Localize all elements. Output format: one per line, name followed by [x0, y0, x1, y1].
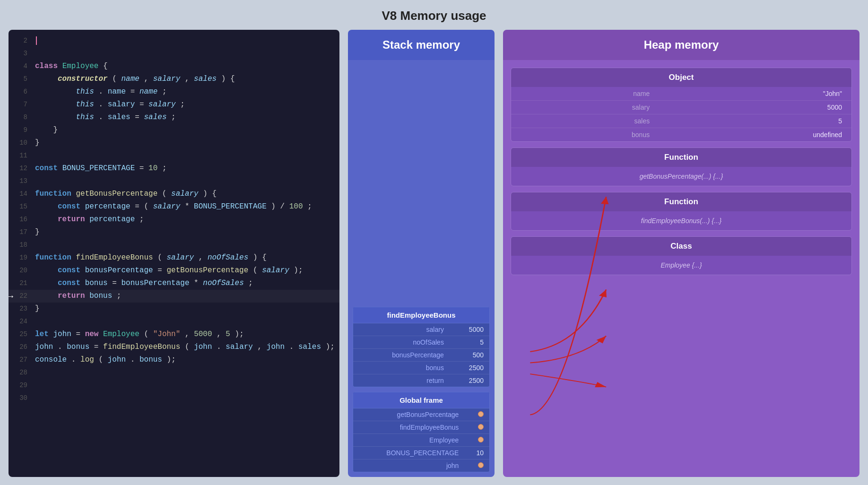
row-key: bonus — [511, 128, 659, 142]
table-row: getBonusPercentage — [353, 408, 489, 421]
code-line-20: 20 const bonusPercentage = getBonusPerce… — [9, 264, 339, 277]
code-line-27: 27 console . log ( john . bonus ); — [9, 354, 339, 366]
table-row: bonus undefined — [511, 128, 851, 142]
row-key: return — [353, 374, 450, 387]
code-line-11: 11 — [9, 149, 339, 162]
code-line-17: 17 } — [9, 226, 339, 239]
code-line-26: 26 john . bonus = findEmployeeBonus ( jo… — [9, 341, 339, 354]
code-line-9: 9 } — [9, 124, 339, 137]
code-line-22: → 22 return bonus ; — [9, 290, 339, 303]
row-key: Employee — [353, 434, 464, 447]
row-key: john — [353, 459, 464, 472]
heap-class-block: Class Employee {...} — [511, 236, 852, 275]
row-key: bonusPercentage — [353, 349, 450, 362]
table-row: salary 5000 — [353, 323, 489, 336]
find-bonus-table: salary 5000 noOfSales 5 bonusPercentage … — [353, 323, 489, 387]
table-row: salary 5000 — [511, 101, 851, 114]
row-key: BONUS_PERCENTAGE — [353, 447, 464, 459]
code-line-3: 3 — [9, 47, 339, 60]
stack-memory-panel: Stack memory findEmployeeBonus salary 50… — [348, 30, 495, 477]
row-value: 2500 — [450, 362, 489, 374]
row-value: "John" — [659, 87, 851, 101]
row-key: findEmployeeBonus — [353, 421, 464, 434]
code-line-30: 30 — [9, 392, 339, 405]
code-line-25: 25 let john = new Employee ( "John" , 50… — [9, 328, 339, 341]
heap-memory-header: Heap memory — [503, 30, 859, 60]
code-line-24: 24 — [9, 315, 339, 328]
row-key: name — [511, 87, 659, 101]
code-line-18: 18 — [9, 239, 339, 251]
code-line-5: 5 constructor ( name , salary , sales ) … — [9, 73, 339, 86]
find-employee-bonus-frame: findEmployeeBonus salary 5000 noOfSales … — [353, 307, 490, 387]
row-value — [464, 408, 489, 421]
row-value: 500 — [450, 349, 489, 362]
table-row: noOfSales 5 — [353, 336, 489, 349]
row-key: bonus — [353, 362, 450, 374]
stack-memory-header: Stack memory — [348, 30, 495, 60]
heap-object-table: name "John" salary 5000 sales 5 bonus — [511, 87, 851, 141]
row-key: getBonusPercentage — [353, 408, 464, 421]
table-row: Employee — [353, 434, 489, 447]
global-frame-title: Global frame — [353, 392, 489, 408]
find-employee-bonus-title: findEmployeeBonus — [353, 307, 489, 323]
heap-function2-text: findEmployeeBonus(...) {...} — [511, 211, 851, 230]
stack-memory-body: findEmployeeBonus salary 5000 noOfSales … — [348, 60, 495, 477]
row-value — [464, 459, 489, 472]
table-row: return 2500 — [353, 374, 489, 387]
row-key: noOfSales — [353, 336, 450, 349]
row-value: 5000 — [659, 101, 851, 114]
row-value: 10 — [464, 447, 489, 459]
code-line-16: 16 return percentage ; — [9, 213, 339, 226]
heap-function1-text: getBonusPercentage(...) {...} — [511, 167, 851, 186]
code-line-7: 7 this . salary = salary ; — [9, 98, 339, 111]
row-value: 5000 — [450, 323, 489, 336]
heap-function1-block: Function getBonusPercentage(...) {...} — [511, 147, 852, 186]
table-row: BONUS_PERCENTAGE 10 — [353, 447, 489, 459]
code-line-13: 13 — [9, 175, 339, 188]
row-value — [464, 421, 489, 434]
heap-object-title: Object — [511, 68, 851, 87]
code-line-15: 15 const percentage = ( salary * BONUS_P… — [9, 200, 339, 213]
row-value: 5 — [659, 114, 851, 128]
row-value: undefined — [659, 128, 851, 142]
heap-function2-block: Function findEmployeeBonus(...) {...} — [511, 192, 852, 231]
code-line-19: 19 function findEmployeeBonus ( salary ,… — [9, 251, 339, 264]
code-line-4: 4 class Employee { — [9, 60, 339, 73]
panels-wrapper: Stack memory findEmployeeBonus salary 50… — [339, 30, 859, 477]
row-value: 5 — [450, 336, 489, 349]
page-title: V8 Memory usage — [0, 0, 868, 30]
code-line-21: 21 const bonus = bonusPercentage * noOfS… — [9, 277, 339, 290]
code-line-29: 29 — [9, 379, 339, 392]
code-line-2: 2 — [9, 35, 339, 47]
code-panel: 2 3 4 class Employee { 5 — [9, 30, 339, 477]
code-line-12: 12 const BONUS_PERCENTAGE = 10 ; — [9, 162, 339, 175]
table-row: bonusPercentage 500 — [353, 349, 489, 362]
code-lines: 2 3 4 class Employee { 5 — [9, 35, 339, 405]
table-row: john — [353, 459, 489, 472]
table-row: name "John" — [511, 87, 851, 101]
code-line-6: 6 this . name = name ; — [9, 86, 339, 98]
row-key: salary — [511, 101, 659, 114]
code-line-14: 14 function getBonusPercentage ( salary … — [9, 188, 339, 200]
heap-memory-panel: Heap memory Object name "John" salary 50… — [503, 30, 859, 477]
heap-object-block: Object name "John" salary 5000 sales 5 — [511, 68, 852, 142]
heap-class-text: Employee {...} — [511, 256, 851, 275]
row-value: 2500 — [450, 374, 489, 387]
code-line-8: 8 this . sales = sales ; — [9, 111, 339, 124]
heap-memory-body: Object name "John" salary 5000 sales 5 — [503, 60, 859, 477]
table-row: sales 5 — [511, 114, 851, 128]
table-row: bonus 2500 — [353, 362, 489, 374]
heap-function2-title: Function — [511, 192, 851, 211]
global-frame: Global frame getBonusPercentage findEmpl… — [353, 392, 490, 472]
row-value — [464, 434, 489, 447]
code-line-23: 23 } — [9, 303, 339, 315]
code-line-28: 28 — [9, 366, 339, 379]
row-key: sales — [511, 114, 659, 128]
table-row: findEmployeeBonus — [353, 421, 489, 434]
reference-dot — [478, 424, 484, 430]
heap-function1-title: Function — [511, 148, 851, 167]
reference-dot — [478, 437, 484, 442]
code-line-10: 10 } — [9, 137, 339, 149]
reference-dot — [478, 411, 484, 417]
row-key: salary — [353, 323, 450, 336]
